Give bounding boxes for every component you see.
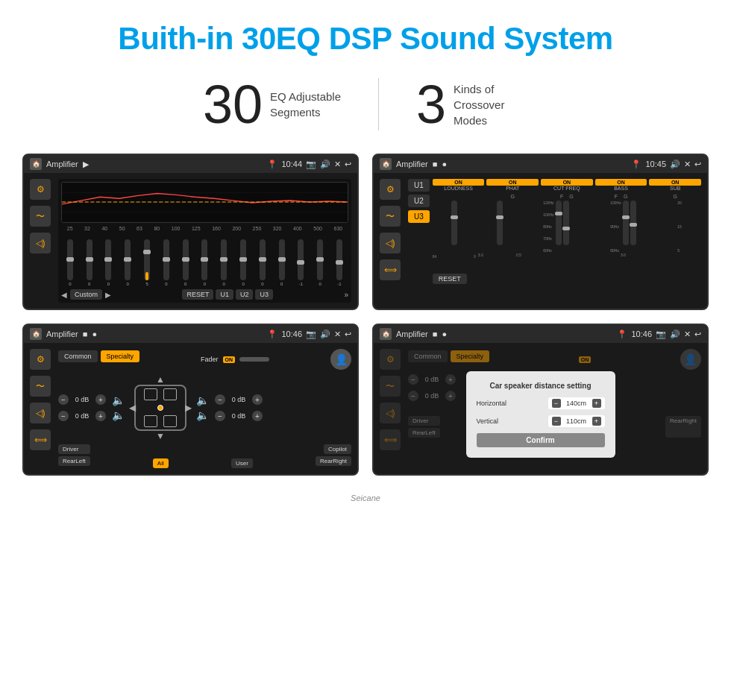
- bass-on[interactable]: ON: [595, 179, 647, 186]
- bass-slider2[interactable]: [630, 201, 636, 245]
- eq-prev[interactable]: ◀: [61, 291, 67, 299]
- copilot-btn[interactable]: Copilot: [324, 444, 351, 454]
- play-icon-1[interactable]: ▶: [83, 160, 89, 169]
- cross-reset-btn[interactable]: RESET: [433, 274, 467, 284]
- expand-icon[interactable]: »: [344, 291, 348, 299]
- spec-bt-btn[interactable]: ⟺: [30, 429, 51, 450]
- u1-btn[interactable]: U1: [216, 289, 233, 300]
- loudness-on[interactable]: ON: [433, 179, 485, 186]
- back-icon-3[interactable]: ↩: [345, 329, 351, 339]
- camera-icon-3[interactable]: 📷: [306, 329, 316, 339]
- close-icon-3[interactable]: ✕: [334, 329, 341, 339]
- volume-icon-4[interactable]: 🔊: [670, 329, 680, 339]
- home-icon-3[interactable]: 🏠: [30, 328, 42, 340]
- cross-settings-btn[interactable]: ⚙: [380, 179, 401, 200]
- db-minus-1[interactable]: −: [58, 394, 69, 405]
- driver-btn[interactable]: Driver: [58, 444, 90, 454]
- bass-slider1[interactable]: [623, 201, 629, 245]
- eq-volume-btn[interactable]: ◁): [30, 233, 51, 253]
- screen-spec1: 🏠 Amplifier ■ ● 📍 10:46 📷 🔊 ✕ ↩ ⚙ 〜 ◁): [22, 324, 359, 476]
- left-arrow[interactable]: ◀: [129, 403, 136, 413]
- camera-icon-1[interactable]: 📷: [306, 160, 316, 169]
- rearleft-btn-2[interactable]: RearLeft: [408, 428, 440, 438]
- spec-wave-btn[interactable]: 〜: [30, 376, 51, 397]
- spec2-volume-btn[interactable]: ◁): [380, 403, 401, 423]
- db-minus-4[interactable]: −: [215, 411, 225, 421]
- specialty-tab-1[interactable]: Specialty: [101, 350, 140, 362]
- db2-plus-1[interactable]: +: [445, 374, 456, 385]
- back-icon-4[interactable]: ↩: [694, 329, 701, 339]
- horizontal-plus[interactable]: +: [592, 399, 601, 408]
- rearright-btn-2[interactable]: RearRight: [665, 416, 701, 438]
- fader-on-badge[interactable]: ON: [223, 356, 236, 363]
- db-plus-3[interactable]: +: [252, 394, 263, 405]
- reset-btn[interactable]: RESET: [182, 289, 213, 300]
- sub-on[interactable]: ON: [649, 179, 701, 186]
- on-badge-2[interactable]: ON: [579, 356, 592, 363]
- down-arrow[interactable]: ▼: [156, 431, 165, 441]
- avatar-icon-2[interactable]: 👤: [680, 349, 701, 370]
- db-minus-3[interactable]: −: [215, 394, 225, 405]
- specialty-tab-2[interactable]: Specialty: [451, 350, 490, 362]
- common-tab-1[interactable]: Common: [58, 350, 98, 362]
- up-arrow[interactable]: ▲: [156, 374, 165, 385]
- u2-cross-btn[interactable]: U2: [408, 195, 430, 207]
- back-icon-2[interactable]: ↩: [694, 160, 701, 169]
- home-icon-4[interactable]: 🏠: [380, 328, 392, 340]
- close-icon-2[interactable]: ✕: [684, 160, 691, 169]
- home-icon-2[interactable]: 🏠: [380, 158, 392, 170]
- cutfreq-slider2[interactable]: [563, 201, 569, 245]
- fader-slider[interactable]: [239, 357, 269, 362]
- vertical-plus[interactable]: +: [592, 417, 601, 426]
- rearright-btn[interactable]: RearRight: [316, 456, 351, 466]
- spec2-settings-btn[interactable]: ⚙: [380, 349, 401, 370]
- spec2-wave-btn[interactable]: 〜: [380, 376, 401, 397]
- spec2-bt-btn[interactable]: ⟺: [380, 429, 401, 450]
- eq-wave-btn[interactable]: 〜: [30, 206, 51, 227]
- u3-btn[interactable]: U3: [255, 289, 273, 300]
- db2-plus-2[interactable]: +: [445, 391, 456, 401]
- rearleft-btn[interactable]: RearLeft: [58, 456, 90, 466]
- volume-icon-3[interactable]: 🔊: [320, 329, 330, 339]
- spec-settings-btn[interactable]: ⚙: [30, 349, 51, 370]
- all-btn[interactable]: All: [153, 458, 169, 468]
- phat-on[interactable]: ON: [486, 179, 539, 186]
- confirm-button[interactable]: Confirm: [477, 433, 605, 447]
- cross-bt-btn[interactable]: ⟺: [380, 259, 401, 280]
- spec-volume-btn[interactable]: ◁): [30, 403, 51, 423]
- driver-btn-2[interactable]: Driver: [408, 416, 440, 426]
- db2-minus-1[interactable]: −: [408, 374, 418, 385]
- eq-next[interactable]: ▶: [105, 291, 111, 299]
- cutfreq-slider1[interactable]: [556, 201, 562, 245]
- loudness-slider[interactable]: [451, 201, 457, 245]
- cross-wave-btn[interactable]: 〜: [380, 206, 401, 227]
- db-row-2: − 0 dB +: [58, 411, 106, 421]
- u1-cross-btn[interactable]: U1: [408, 179, 430, 192]
- db-plus-4[interactable]: +: [252, 411, 263, 421]
- volume-icon-2[interactable]: 🔊: [670, 160, 680, 169]
- phat-slider[interactable]: [497, 201, 503, 245]
- location-icon-1: 📍: [267, 160, 277, 169]
- close-icon-4[interactable]: ✕: [684, 329, 691, 339]
- db-minus-2[interactable]: −: [58, 411, 69, 421]
- db2-minus-2[interactable]: −: [408, 391, 418, 401]
- user-btn[interactable]: User: [231, 458, 253, 468]
- center-control[interactable]: [157, 405, 163, 411]
- db-plus-2[interactable]: +: [95, 411, 106, 421]
- eq-settings-btn[interactable]: ⚙: [30, 179, 51, 200]
- close-icon-1[interactable]: ✕: [334, 160, 341, 169]
- home-icon-1[interactable]: 🏠: [30, 158, 42, 170]
- cutfreq-on[interactable]: ON: [541, 179, 593, 186]
- right-arrow[interactable]: ▶: [185, 403, 192, 413]
- avatar-icon-1[interactable]: 👤: [330, 349, 351, 370]
- back-icon-1[interactable]: ↩: [345, 160, 351, 169]
- common-tab-2[interactable]: Common: [408, 350, 448, 362]
- cross-volume-btn[interactable]: ◁): [380, 233, 401, 253]
- u2-btn[interactable]: U2: [236, 289, 254, 300]
- horizontal-minus[interactable]: −: [552, 399, 561, 408]
- vertical-minus[interactable]: −: [552, 417, 561, 426]
- camera-icon-4[interactable]: 📷: [656, 329, 666, 339]
- volume-icon-1[interactable]: 🔊: [320, 160, 330, 169]
- u3-cross-btn[interactable]: U3: [408, 210, 430, 223]
- db-plus-1[interactable]: +: [95, 394, 106, 405]
